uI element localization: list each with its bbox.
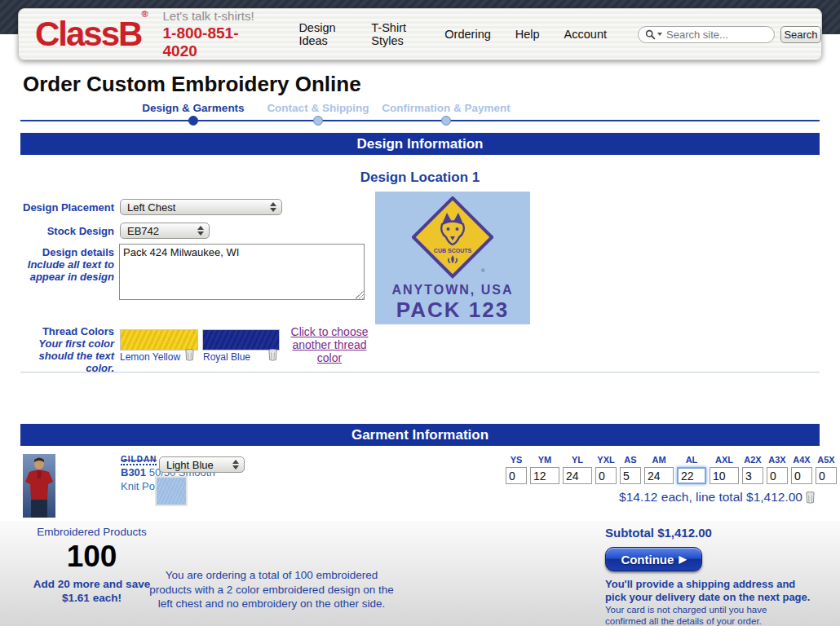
- thread-swatch-lemon-yellow[interactable]: [120, 329, 198, 350]
- progress-steps: Design & Garments Contact & Shipping Con…: [0, 102, 840, 128]
- order-note: You are ordering a total of 100 embroide…: [145, 568, 398, 611]
- save-note: Add 20 more and save $1.61 each!: [33, 578, 151, 606]
- classb-logo[interactable]: ClassB®: [35, 17, 148, 51]
- size-label: YS: [511, 455, 523, 465]
- size-label: A4X: [793, 455, 810, 465]
- progress-line: [20, 120, 820, 121]
- search-scope-caret-icon: [657, 33, 662, 36]
- search-box[interactable]: [638, 26, 775, 43]
- thread-name: Royal Blue: [203, 351, 250, 363]
- size-input-ys[interactable]: [506, 467, 527, 484]
- product-photo[interactable]: [23, 454, 55, 518]
- size-label: YM: [538, 455, 552, 465]
- thread-name: Lemon Yellow: [120, 351, 180, 363]
- continue-label: Continue: [621, 553, 674, 566]
- design-details-label: Design details Include all text to appea…: [0, 246, 114, 283]
- thread-swatch-royal-blue[interactable]: [202, 329, 280, 350]
- preview-text-line1: ANYTOWN, USA: [375, 283, 530, 298]
- garment-information-header: Garment Information: [20, 424, 820, 446]
- size-input-a3x[interactable]: [767, 467, 788, 484]
- svg-text:®: ®: [481, 268, 485, 273]
- size-label: AS: [624, 455, 636, 465]
- remove-thread-trash-icon[interactable]: [268, 349, 277, 364]
- step-dot-icon: [313, 116, 323, 126]
- size-col-am: AM: [644, 455, 674, 484]
- size-input-a2x[interactable]: [742, 467, 763, 484]
- page-title: Order Custom Embroidery Online: [23, 72, 361, 97]
- remove-line-trash-icon[interactable]: [806, 492, 815, 507]
- nav-design-ideas[interactable]: Design Ideas: [298, 21, 347, 47]
- nav-tshirt-styles[interactable]: T-Shirt Styles: [371, 21, 420, 47]
- search-button[interactable]: Search: [780, 26, 821, 43]
- select-stepper-icon: [232, 460, 239, 470]
- step-label: Contact & Shipping: [267, 102, 369, 114]
- design-location-title: Design Location 1: [0, 170, 840, 186]
- textarea-resize-handle-icon[interactable]: [355, 290, 364, 299]
- page: ClassB® Let's talk t-shirts! 1-800-851-4…: [0, 0, 840, 626]
- logo-text: ClassB: [35, 15, 141, 53]
- size-input-axl[interactable]: [710, 467, 739, 484]
- svg-text:CUB SCOUTS: CUB SCOUTS: [434, 248, 472, 253]
- size-input-a5x[interactable]: [816, 467, 837, 484]
- size-col-yxl: YXL: [595, 455, 617, 484]
- thread-colors-sublabel: should the text: [0, 350, 114, 362]
- size-input-ym[interactable]: [530, 467, 559, 484]
- design-placement-value: Left Chest: [127, 201, 175, 214]
- nav-account[interactable]: Account: [564, 28, 607, 41]
- continue-button[interactable]: Continue ▶: [605, 547, 702, 571]
- size-input-a4x[interactable]: [791, 467, 812, 484]
- step-label: Design & Garments: [142, 102, 244, 114]
- gildan-brand-logo: GILDAN: [121, 455, 157, 465]
- remove-thread-trash-icon[interactable]: [185, 349, 194, 364]
- size-input-am[interactable]: [644, 467, 674, 484]
- choose-thread-color-link[interactable]: Click to choose another thread color: [282, 325, 377, 364]
- size-col-a4x: A4X: [791, 455, 812, 484]
- step-design-garments: Design & Garments: [124, 102, 263, 114]
- embroidered-products-count: 100: [33, 540, 151, 574]
- subtotal: Subtotal $1,412.00: [605, 526, 712, 540]
- stock-design-label: Stock Design: [0, 225, 114, 237]
- size-col-a3x: A3X: [767, 455, 788, 484]
- stock-design-select[interactable]: EB742: [120, 223, 210, 239]
- tagline: Let's talk t-shirts!: [163, 9, 260, 23]
- section-divider: [20, 372, 820, 373]
- size-label: AM: [652, 455, 665, 465]
- size-inputs-row: YS YM YL YXL AS AM AL AXL A2X A3X A4X A5…: [506, 455, 837, 484]
- step-contact-shipping: Contact & Shipping: [249, 102, 387, 114]
- size-input-yxl[interactable]: [595, 467, 617, 484]
- search-icon: [645, 29, 662, 40]
- size-col-a2x: A2X: [742, 455, 763, 484]
- design-details-sublabel: appear in design: [0, 271, 114, 283]
- step-label: Confirmation & Payment: [382, 102, 511, 114]
- step-dot-icon: [441, 116, 451, 126]
- design-placement-select[interactable]: Left Chest: [120, 199, 282, 215]
- site-header: ClassB® Let's talk t-shirts! 1-800-851-4…: [18, 8, 822, 60]
- product-code: B301: [121, 466, 146, 478]
- size-col-yl: YL: [563, 455, 592, 484]
- size-label: YXL: [597, 455, 614, 465]
- garment-color-select[interactable]: Light Blue: [159, 456, 245, 473]
- size-label: A2X: [744, 455, 761, 465]
- design-placement-label: Design Placement: [0, 201, 114, 214]
- size-input-yl[interactable]: [563, 467, 592, 484]
- size-input-as[interactable]: [620, 467, 641, 484]
- size-col-a5x: A5X: [816, 455, 837, 484]
- nav-help[interactable]: Help: [515, 28, 540, 41]
- garment-color-swatch: [155, 476, 188, 506]
- garment-color-value: Light Blue: [166, 459, 214, 471]
- card-note: Your card is not charged until you have …: [605, 604, 809, 626]
- size-label: A3X: [768, 455, 785, 465]
- search-input[interactable]: [666, 29, 760, 41]
- size-input-al-focused[interactable]: [677, 467, 706, 484]
- design-details-sublabel: Include all text to: [0, 258, 114, 271]
- size-col-al: AL: [677, 455, 706, 484]
- design-details-textarea[interactable]: Pack 424 Milwaukee, WI: [119, 244, 365, 300]
- cub-scouts-emblem-icon: CUB SCOUTS ®: [412, 196, 493, 283]
- step-confirmation-payment: Confirmation & Payment: [377, 102, 515, 114]
- nav-ordering[interactable]: Ordering: [444, 28, 490, 41]
- thread-colors-label: Thread Colors Your first color should th…: [0, 325, 114, 374]
- order-summary: Embroidered Products 100 Add 20 more and…: [0, 521, 840, 626]
- size-col-ys: YS: [506, 455, 527, 484]
- choose-link-line2: another thread color: [292, 338, 366, 364]
- thread-colors-sublabel: Your first color: [0, 337, 114, 350]
